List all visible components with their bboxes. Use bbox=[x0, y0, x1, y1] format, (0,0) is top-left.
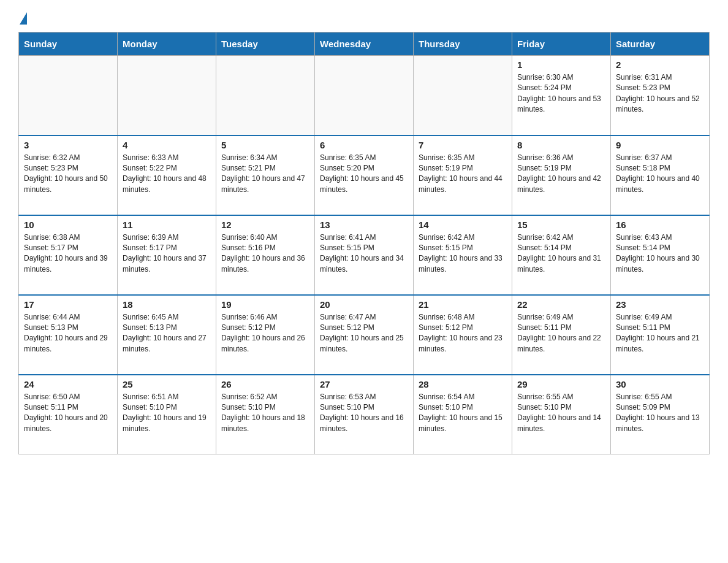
day-info: Sunrise: 6:55 AM Sunset: 5:10 PM Dayligh… bbox=[517, 392, 605, 435]
day-info: Sunrise: 6:36 AM Sunset: 5:19 PM Dayligh… bbox=[517, 153, 605, 196]
day-number: 1 bbox=[517, 59, 605, 70]
day-number: 25 bbox=[123, 379, 211, 389]
day-number: 29 bbox=[517, 379, 605, 389]
calendar-cell: 12Sunrise: 6:40 AM Sunset: 5:16 PM Dayli… bbox=[216, 215, 315, 295]
day-info: Sunrise: 6:30 AM Sunset: 5:24 PM Dayligh… bbox=[517, 72, 605, 115]
day-number: 13 bbox=[320, 220, 408, 230]
day-number: 5 bbox=[221, 140, 309, 150]
day-info: Sunrise: 6:50 AM Sunset: 5:11 PM Dayligh… bbox=[24, 392, 112, 435]
calendar-cell: 7Sunrise: 6:35 AM Sunset: 5:19 PM Daylig… bbox=[414, 136, 512, 215]
calendar-cell: 8Sunrise: 6:36 AM Sunset: 5:19 PM Daylig… bbox=[512, 136, 611, 215]
day-number: 30 bbox=[616, 379, 704, 389]
day-number: 20 bbox=[320, 299, 408, 310]
day-number: 14 bbox=[419, 220, 507, 230]
day-info: Sunrise: 6:43 AM Sunset: 5:14 PM Dayligh… bbox=[616, 232, 704, 275]
calendar-table: SundayMondayTuesdayWednesdayThursdayFrid… bbox=[18, 32, 710, 454]
calendar-cell: 10Sunrise: 6:38 AM Sunset: 5:17 PM Dayli… bbox=[19, 215, 118, 295]
col-header-sunday: Sunday bbox=[19, 33, 118, 56]
day-info: Sunrise: 6:42 AM Sunset: 5:15 PM Dayligh… bbox=[419, 232, 507, 275]
day-info: Sunrise: 6:54 AM Sunset: 5:10 PM Dayligh… bbox=[419, 392, 507, 435]
col-header-monday: Monday bbox=[118, 33, 216, 56]
day-info: Sunrise: 6:45 AM Sunset: 5:13 PM Dayligh… bbox=[123, 312, 211, 355]
calendar-cell: 15Sunrise: 6:42 AM Sunset: 5:14 PM Dayli… bbox=[512, 215, 611, 295]
day-info: Sunrise: 6:41 AM Sunset: 5:15 PM Dayligh… bbox=[320, 232, 408, 275]
calendar-cell bbox=[19, 56, 118, 136]
calendar-week-row: 1Sunrise: 6:30 AM Sunset: 5:24 PM Daylig… bbox=[19, 56, 710, 136]
day-number: 18 bbox=[123, 299, 211, 310]
day-number: 26 bbox=[221, 379, 309, 389]
calendar-cell: 24Sunrise: 6:50 AM Sunset: 5:11 PM Dayli… bbox=[19, 375, 118, 454]
day-info: Sunrise: 6:33 AM Sunset: 5:22 PM Dayligh… bbox=[123, 153, 211, 196]
calendar-cell: 28Sunrise: 6:54 AM Sunset: 5:10 PM Dayli… bbox=[414, 375, 512, 454]
day-number: 3 bbox=[24, 140, 112, 150]
calendar-week-row: 24Sunrise: 6:50 AM Sunset: 5:11 PM Dayli… bbox=[19, 375, 710, 454]
calendar-cell: 4Sunrise: 6:33 AM Sunset: 5:22 PM Daylig… bbox=[118, 136, 216, 215]
calendar-cell: 30Sunrise: 6:55 AM Sunset: 5:09 PM Dayli… bbox=[611, 375, 710, 454]
day-number: 2 bbox=[616, 59, 704, 70]
logo-top bbox=[18, 12, 27, 23]
calendar-cell: 1Sunrise: 6:30 AM Sunset: 5:24 PM Daylig… bbox=[512, 56, 611, 136]
col-header-friday: Friday bbox=[512, 33, 611, 56]
day-number: 27 bbox=[320, 379, 408, 389]
calendar-cell bbox=[315, 56, 414, 136]
day-info: Sunrise: 6:53 AM Sunset: 5:10 PM Dayligh… bbox=[320, 392, 408, 435]
day-number: 7 bbox=[419, 140, 507, 150]
day-number: 28 bbox=[419, 379, 507, 389]
calendar-cell: 6Sunrise: 6:35 AM Sunset: 5:20 PM Daylig… bbox=[315, 136, 414, 215]
day-info: Sunrise: 6:39 AM Sunset: 5:17 PM Dayligh… bbox=[123, 232, 211, 275]
day-info: Sunrise: 6:47 AM Sunset: 5:12 PM Dayligh… bbox=[320, 312, 408, 355]
day-info: Sunrise: 6:37 AM Sunset: 5:18 PM Dayligh… bbox=[616, 153, 704, 196]
day-info: Sunrise: 6:46 AM Sunset: 5:12 PM Dayligh… bbox=[221, 312, 309, 355]
day-number: 9 bbox=[616, 140, 704, 150]
day-info: Sunrise: 6:44 AM Sunset: 5:13 PM Dayligh… bbox=[24, 312, 112, 355]
calendar-week-row: 3Sunrise: 6:32 AM Sunset: 5:23 PM Daylig… bbox=[19, 136, 710, 215]
calendar-cell: 23Sunrise: 6:49 AM Sunset: 5:11 PM Dayli… bbox=[611, 295, 710, 375]
day-info: Sunrise: 6:40 AM Sunset: 5:16 PM Dayligh… bbox=[221, 232, 309, 275]
day-info: Sunrise: 6:49 AM Sunset: 5:11 PM Dayligh… bbox=[517, 312, 605, 355]
calendar-cell: 16Sunrise: 6:43 AM Sunset: 5:14 PM Dayli… bbox=[611, 215, 710, 295]
day-number: 6 bbox=[320, 140, 408, 150]
day-number: 19 bbox=[221, 299, 309, 310]
calendar-cell: 2Sunrise: 6:31 AM Sunset: 5:23 PM Daylig… bbox=[611, 56, 710, 136]
day-info: Sunrise: 6:35 AM Sunset: 5:20 PM Dayligh… bbox=[320, 153, 408, 196]
calendar-cell: 5Sunrise: 6:34 AM Sunset: 5:21 PM Daylig… bbox=[216, 136, 315, 215]
day-info: Sunrise: 6:32 AM Sunset: 5:23 PM Dayligh… bbox=[24, 153, 112, 196]
calendar-cell: 13Sunrise: 6:41 AM Sunset: 5:15 PM Dayli… bbox=[315, 215, 414, 295]
day-number: 12 bbox=[221, 220, 309, 230]
day-number: 8 bbox=[517, 140, 605, 150]
calendar-cell: 14Sunrise: 6:42 AM Sunset: 5:15 PM Dayli… bbox=[414, 215, 512, 295]
day-info: Sunrise: 6:34 AM Sunset: 5:21 PM Dayligh… bbox=[221, 153, 309, 196]
day-info: Sunrise: 6:38 AM Sunset: 5:17 PM Dayligh… bbox=[24, 232, 112, 275]
calendar-cell bbox=[118, 56, 216, 136]
logo-triangle-icon bbox=[20, 12, 27, 25]
day-info: Sunrise: 6:52 AM Sunset: 5:10 PM Dayligh… bbox=[221, 392, 309, 435]
calendar-cell: 22Sunrise: 6:49 AM Sunset: 5:11 PM Dayli… bbox=[512, 295, 611, 375]
day-info: Sunrise: 6:42 AM Sunset: 5:14 PM Dayligh… bbox=[517, 232, 605, 275]
day-info: Sunrise: 6:51 AM Sunset: 5:10 PM Dayligh… bbox=[123, 392, 211, 435]
day-number: 16 bbox=[616, 220, 704, 230]
day-number: 24 bbox=[24, 379, 112, 389]
calendar-cell: 9Sunrise: 6:37 AM Sunset: 5:18 PM Daylig… bbox=[611, 136, 710, 215]
calendar-header-row: SundayMondayTuesdayWednesdayThursdayFrid… bbox=[19, 33, 710, 56]
day-info: Sunrise: 6:31 AM Sunset: 5:23 PM Dayligh… bbox=[616, 72, 704, 115]
calendar-cell: 25Sunrise: 6:51 AM Sunset: 5:10 PM Dayli… bbox=[118, 375, 216, 454]
day-number: 21 bbox=[419, 299, 507, 310]
calendar-cell: 27Sunrise: 6:53 AM Sunset: 5:10 PM Dayli… bbox=[315, 375, 414, 454]
calendar-cell: 17Sunrise: 6:44 AM Sunset: 5:13 PM Dayli… bbox=[19, 295, 118, 375]
day-info: Sunrise: 6:48 AM Sunset: 5:12 PM Dayligh… bbox=[419, 312, 507, 355]
logo bbox=[18, 12, 27, 21]
col-header-tuesday: Tuesday bbox=[216, 33, 315, 56]
day-info: Sunrise: 6:55 AM Sunset: 5:09 PM Dayligh… bbox=[616, 392, 704, 435]
calendar-cell bbox=[216, 56, 315, 136]
calendar-cell: 21Sunrise: 6:48 AM Sunset: 5:12 PM Dayli… bbox=[414, 295, 512, 375]
col-header-thursday: Thursday bbox=[414, 33, 512, 56]
day-number: 22 bbox=[517, 299, 605, 310]
calendar-cell: 26Sunrise: 6:52 AM Sunset: 5:10 PM Dayli… bbox=[216, 375, 315, 454]
day-number: 23 bbox=[616, 299, 704, 310]
calendar-cell: 19Sunrise: 6:46 AM Sunset: 5:12 PM Dayli… bbox=[216, 295, 315, 375]
day-number: 11 bbox=[123, 220, 211, 230]
day-number: 10 bbox=[24, 220, 112, 230]
day-number: 17 bbox=[24, 299, 112, 310]
day-info: Sunrise: 6:49 AM Sunset: 5:11 PM Dayligh… bbox=[616, 312, 704, 355]
calendar-cell: 11Sunrise: 6:39 AM Sunset: 5:17 PM Dayli… bbox=[118, 215, 216, 295]
